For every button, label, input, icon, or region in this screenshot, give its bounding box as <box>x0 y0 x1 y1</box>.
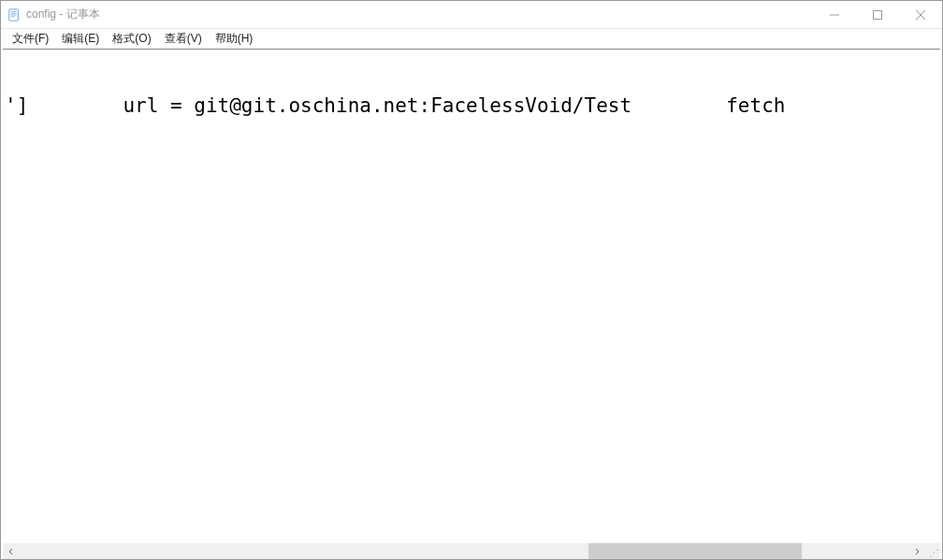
scroll-thumb[interactable] <box>588 543 802 559</box>
menu-help[interactable]: 帮助(H) <box>210 29 259 49</box>
grip-icon: ⋰ <box>929 550 938 557</box>
app-icon <box>7 7 22 22</box>
horizontal-scrollbar[interactable] <box>3 543 924 559</box>
menubar: 文件(F) 编辑(E) 格式(O) 查看(V) 帮助(H) <box>1 29 942 49</box>
window-controls <box>813 1 942 28</box>
editor-content: '] url = git@git.oschina.net:FacelessVoi… <box>5 94 938 117</box>
minimize-button[interactable] <box>813 1 856 28</box>
svg-rect-6 <box>874 10 882 19</box>
close-button[interactable] <box>899 1 942 28</box>
editor-wrapper: '] url = git@git.oschina.net:FacelessVoi… <box>3 49 940 543</box>
menu-edit[interactable]: 编辑(E) <box>56 29 105 49</box>
resize-grip[interactable]: ⋰ <box>924 543 940 559</box>
scroll-left-button[interactable] <box>3 543 19 559</box>
scroll-track[interactable] <box>19 543 908 559</box>
menu-view[interactable]: 查看(V) <box>159 29 208 49</box>
titlebar: config - 记事本 <box>1 1 942 29</box>
text-editor[interactable]: '] url = git@git.oschina.net:FacelessVoi… <box>3 50 940 543</box>
bottom-scroll-area: ⋰ <box>3 543 940 559</box>
scroll-right-button[interactable] <box>908 543 924 559</box>
window-title: config - 记事本 <box>26 7 813 22</box>
menu-file[interactable]: 文件(F) <box>7 29 54 49</box>
menu-format[interactable]: 格式(O) <box>107 29 156 49</box>
maximize-button[interactable] <box>856 1 899 28</box>
